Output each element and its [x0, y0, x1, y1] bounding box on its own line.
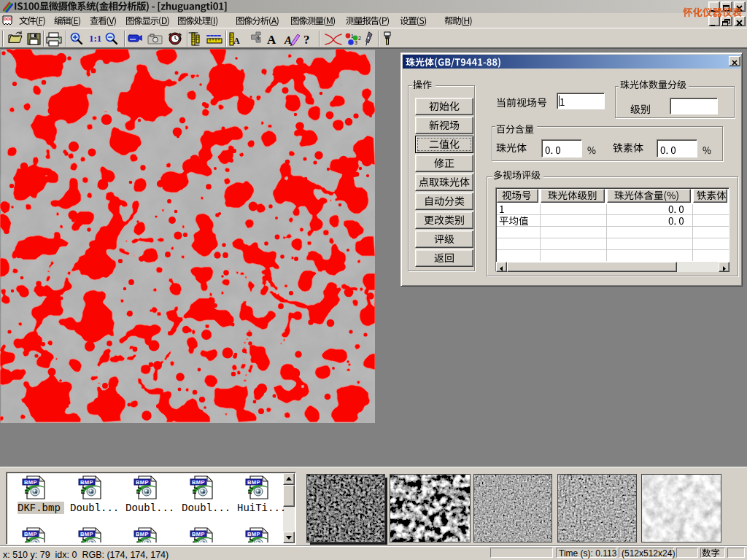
svg-text:BMP: BMP — [80, 479, 93, 486]
svg-text:DOC: DOC — [4, 17, 12, 21]
svg-text:BMP: BMP — [192, 531, 205, 537]
svg-text:BMP: BMP — [80, 531, 93, 537]
svg-text:BMP: BMP — [24, 479, 37, 486]
svg-text:3: 3 — [355, 40, 357, 45]
svg-text:?: ? — [303, 33, 310, 47]
svg-text:2: 2 — [358, 36, 361, 41]
svg-text:1:1: 1:1 — [89, 33, 101, 44]
svg-text:BMP: BMP — [24, 531, 37, 537]
svg-text:BMP: BMP — [192, 479, 205, 486]
svg-text:BMP: BMP — [247, 479, 260, 486]
svg-text:BMP: BMP — [136, 531, 149, 537]
svg-text:A: A — [233, 36, 240, 46]
svg-text:BMP: BMP — [247, 531, 260, 537]
svg-text:A: A — [284, 34, 292, 46]
svg-text:BMP: BMP — [136, 479, 149, 486]
svg-text:A: A — [267, 33, 276, 47]
